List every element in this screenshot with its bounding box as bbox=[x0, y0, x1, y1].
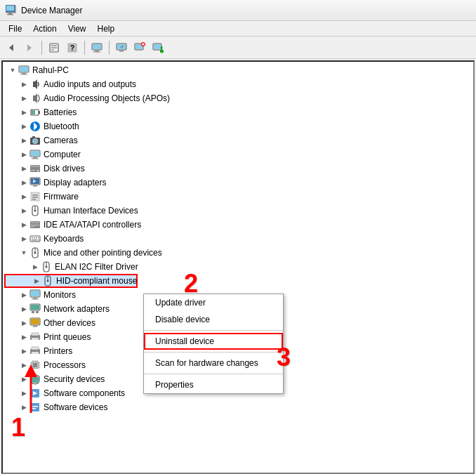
printers-label: Printers bbox=[44, 346, 72, 356]
ide-expand[interactable]: ▶ bbox=[18, 219, 29, 230]
tree-display[interactable]: ▶ Display adapters bbox=[4, 176, 472, 190]
svg-rect-83 bbox=[31, 291, 39, 296]
sw-devices-label: Software devices bbox=[44, 402, 107, 412]
hid-label: Human Interface Devices bbox=[44, 206, 138, 216]
processors-label: Processors bbox=[44, 360, 86, 370]
computer-icon bbox=[29, 149, 41, 160]
tree-sw-devices[interactable]: ▶ Software devices bbox=[4, 400, 472, 414]
annotation-2: 2 bbox=[184, 269, 198, 298]
title-bar: Device Manager bbox=[0, 0, 476, 21]
context-menu: Update driver Disable device Uninstall d… bbox=[143, 294, 284, 394]
tree-bluetooth[interactable]: ▶ Bluetooth bbox=[4, 119, 472, 133]
keyboards-expand[interactable]: ▶ bbox=[18, 233, 29, 244]
audio-in-expand[interactable]: ▶ bbox=[18, 79, 29, 90]
update-driver-button[interactable]: ↓ bbox=[150, 39, 166, 56]
monitors-label: Monitors bbox=[44, 290, 76, 300]
elan-expand[interactable]: ▶ bbox=[29, 261, 41, 272]
firmware-expand[interactable]: ▶ bbox=[18, 191, 29, 202]
cameras-icon bbox=[29, 135, 41, 146]
network-expand[interactable]: ▶ bbox=[18, 303, 29, 315]
annotation-1: 1 bbox=[11, 413, 25, 442]
hid-expand[interactable]: ▶ bbox=[18, 205, 29, 216]
context-menu-scan-hardware[interactable]: Scan for hardware changes bbox=[144, 355, 283, 371]
monitors-expand[interactable]: ▶ bbox=[18, 289, 29, 301]
disable-button[interactable] bbox=[131, 39, 148, 56]
tree-keyboards[interactable]: ▶ Keyboards bbox=[4, 232, 472, 246]
menu-view[interactable]: View bbox=[62, 22, 92, 35]
display-icon bbox=[29, 177, 41, 188]
other-devices-expand[interactable]: ▶ bbox=[18, 317, 29, 329]
svg-rect-15 bbox=[95, 51, 99, 52]
menu-help[interactable]: Help bbox=[92, 22, 121, 35]
hid-mouse-expand[interactable]: ▶ bbox=[31, 275, 42, 287]
cameras-expand[interactable]: ▶ bbox=[18, 135, 29, 146]
svg-rect-45 bbox=[33, 157, 37, 159]
svg-rect-32 bbox=[20, 67, 28, 72]
properties-button[interactable] bbox=[46, 39, 62, 56]
tree-disk-drives[interactable]: ▶ Disk drives bbox=[4, 162, 472, 176]
batteries-label: Batteries bbox=[44, 107, 77, 117]
tree-computer[interactable]: ▶ Computer bbox=[4, 147, 472, 162]
ide-label: IDE ATA/ATAPI controllers bbox=[44, 220, 141, 230]
toolbar-sep-3 bbox=[109, 41, 110, 55]
svg-rect-91 bbox=[31, 319, 39, 324]
context-menu-update-driver[interactable]: Update driver bbox=[144, 294, 283, 311]
menu-action[interactable]: Action bbox=[27, 22, 62, 35]
svg-point-81 bbox=[47, 280, 49, 282]
tree-root[interactable]: ▼ Rahul-PC bbox=[4, 63, 472, 77]
network-icon bbox=[29, 303, 41, 315]
printers-expand[interactable]: ▶ bbox=[18, 345, 29, 357]
context-menu-properties[interactable]: Properties bbox=[144, 376, 283, 393]
print-queues-icon bbox=[29, 331, 41, 343]
audio-apo-label: Audio Processing Objects (APOs) bbox=[44, 93, 170, 103]
tree-batteries[interactable]: ▶ Batteries bbox=[4, 105, 472, 119]
svg-point-49 bbox=[37, 170, 39, 172]
keyboards-icon bbox=[29, 233, 41, 244]
svg-rect-63 bbox=[31, 222, 39, 223]
svg-marker-5 bbox=[9, 44, 13, 51]
title-bar-text: Device Manager bbox=[21, 6, 82, 15]
svg-rect-92 bbox=[33, 326, 37, 327]
security-label: Security devices bbox=[44, 374, 105, 384]
tree-firmware[interactable]: ▶ Firmware bbox=[4, 190, 472, 204]
tree-hid-mouse[interactable]: ▶ HID-compliant mouse bbox=[4, 274, 138, 288]
context-menu-sep bbox=[144, 330, 283, 331]
keyboards-label: Keyboards bbox=[44, 234, 84, 244]
computer-expand[interactable]: ▶ bbox=[18, 149, 29, 160]
tree-mice[interactable]: ▼ Mice and other pointing devices bbox=[4, 246, 472, 260]
firmware-icon bbox=[29, 191, 41, 202]
other-devices-icon bbox=[29, 317, 41, 329]
svg-rect-2 bbox=[6, 6, 14, 11]
print-queues-expand[interactable]: ▶ bbox=[18, 331, 29, 343]
menu-file[interactable]: File bbox=[3, 22, 27, 35]
disk-drives-expand[interactable]: ▶ bbox=[18, 163, 29, 174]
tree-hid[interactable]: ▶ Human Interface Devices bbox=[4, 204, 472, 218]
batteries-expand[interactable]: ▶ bbox=[18, 107, 29, 118]
root-expand[interactable]: ▼ bbox=[7, 65, 18, 76]
svg-rect-50 bbox=[31, 170, 35, 171]
audio-apo-expand[interactable]: ▶ bbox=[18, 93, 29, 104]
svg-point-96 bbox=[37, 336, 39, 338]
bluetooth-expand[interactable]: ▶ bbox=[18, 121, 29, 132]
computer-button[interactable] bbox=[88, 39, 105, 56]
mice-expand[interactable]: ▼ bbox=[18, 247, 29, 258]
tree-audio-in[interactable]: ▶ Audio inputs and outputs bbox=[4, 77, 472, 91]
audio-in-icon bbox=[29, 79, 41, 90]
svg-rect-99 bbox=[32, 352, 39, 354]
tree-ide[interactable]: ▶ IDE ATA/ATAPI controllers bbox=[4, 218, 472, 232]
tree-view[interactable]: ▼ Rahul-PC ▶ Audio inputs and output bbox=[3, 62, 473, 473]
back-button[interactable] bbox=[3, 39, 20, 56]
forward-button[interactable] bbox=[21, 39, 38, 56]
tree-elan[interactable]: ▶ ELAN I2C Filter Driver bbox=[4, 260, 472, 274]
tree-audio-apo[interactable]: ▶ Audio Processing Objects (APOs) bbox=[4, 91, 472, 105]
context-menu-disable-device[interactable]: Disable device bbox=[144, 311, 283, 328]
tree-cameras[interactable]: ▶ Cameras bbox=[4, 133, 472, 147]
context-menu-uninstall-device[interactable]: Uninstall device bbox=[144, 333, 283, 350]
svg-rect-65 bbox=[31, 226, 34, 227]
scan-button[interactable]: ↺ bbox=[113, 39, 130, 56]
help-button[interactable]: ? bbox=[64, 39, 81, 56]
display-expand[interactable]: ▶ bbox=[18, 177, 29, 188]
svg-rect-19 bbox=[119, 51, 124, 52]
mice-icon bbox=[29, 247, 41, 258]
svg-text:?: ? bbox=[70, 44, 74, 52]
